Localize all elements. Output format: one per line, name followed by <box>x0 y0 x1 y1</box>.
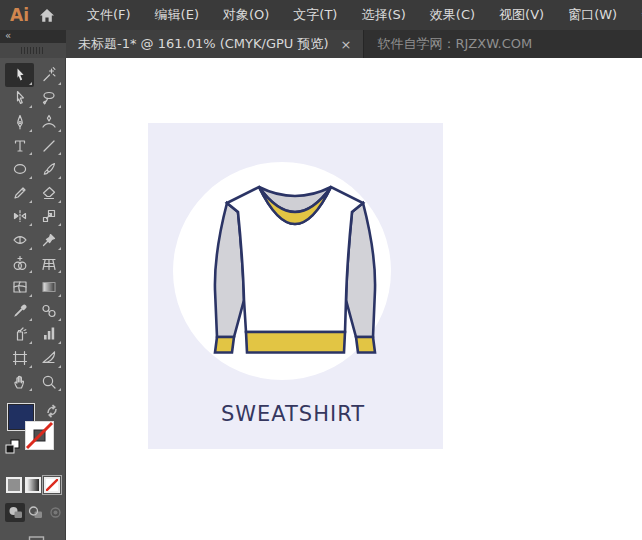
pen-tool-icon <box>12 114 28 130</box>
menu-item-5[interactable]: 选择(S) <box>361 6 405 24</box>
blend-tool-button[interactable] <box>34 299 63 323</box>
eyedropper-tool-button[interactable] <box>5 299 34 323</box>
eraser-tool-icon <box>41 185 57 201</box>
draw-normal-icon <box>8 506 23 519</box>
type-tool-button[interactable] <box>5 134 34 158</box>
mesh-tool-icon <box>12 279 28 295</box>
puppet-warp-tool-button[interactable] <box>34 228 63 252</box>
tools-grid <box>0 58 65 393</box>
scale-tool-button[interactable] <box>34 205 63 229</box>
line-segment-tool-button[interactable] <box>34 134 63 158</box>
paintbrush-tool-button[interactable] <box>34 157 63 181</box>
tab-bar: « 未标题-1* @ 161.01% (CMYK/GPU 预览) × 软件自学网… <box>0 30 642 58</box>
draw-normal-button[interactable] <box>5 503 25 522</box>
tools-panel-grip[interactable] <box>0 43 66 58</box>
drawing-modes <box>0 503 65 522</box>
column-graph-tool-icon <box>41 326 57 342</box>
width-tool-icon <box>12 232 28 248</box>
direct-selection-tool-icon <box>12 90 28 106</box>
stroke-color-swatch[interactable] <box>25 421 54 450</box>
shape-builder-tool-icon <box>12 256 28 272</box>
draw-inside-icon <box>48 506 63 519</box>
eraser-tool-button[interactable] <box>34 181 63 205</box>
blend-tool-icon <box>41 303 57 319</box>
canvas-area[interactable]: SWEATSHIRT <box>67 58 642 540</box>
selection-tool-icon <box>12 67 28 83</box>
shaper-tool-button[interactable] <box>5 181 34 205</box>
curvature-tool-button[interactable] <box>34 110 63 134</box>
hand-tool-icon <box>12 374 28 390</box>
perspective-grid-tool-button[interactable] <box>34 252 63 276</box>
rotate-tool-button[interactable] <box>5 205 34 229</box>
direct-selection-tool-button[interactable] <box>5 87 34 111</box>
symbol-sprayer-tool-icon <box>12 326 28 342</box>
ellipse-tool-button[interactable] <box>5 157 34 181</box>
menu-item-3[interactable]: 对象(O) <box>223 6 269 24</box>
ellipse-tool-icon <box>12 161 28 177</box>
menu-item-7[interactable]: 视图(V) <box>499 6 544 24</box>
draw-inside-button[interactable] <box>45 503 65 522</box>
zoom-tool-icon <box>41 374 57 390</box>
draw-behind-button[interactable] <box>25 503 45 522</box>
shape-builder-tool-button[interactable] <box>5 252 34 276</box>
app-logo: Ai <box>0 5 39 25</box>
magic-wand-tool-button[interactable] <box>34 63 63 87</box>
draw-behind-icon <box>28 506 43 519</box>
selection-tool-button[interactable] <box>5 63 34 87</box>
menu-item-6[interactable]: 效果(C) <box>430 6 475 24</box>
gradient-tool-icon <box>41 279 57 295</box>
document-tab-title: 未标题-1* @ 161.01% (CMYK/GPU 预览) <box>78 35 329 53</box>
menu-item-4[interactable]: 文字(T) <box>293 6 337 24</box>
gradient-tool-button[interactable] <box>34 275 63 299</box>
shaper-tool-icon <box>12 185 28 201</box>
screen-mode-icon <box>21 536 45 540</box>
sweatshirt-right-cuff <box>356 337 375 353</box>
tools-panel <box>0 58 66 540</box>
sweatshirt-left-cuff <box>215 337 234 353</box>
menu-items: 文件(F)编辑(E)对象(O)文字(T)选择(S)效果(C)视图(V)窗口(W)… <box>75 6 642 24</box>
scale-tool-icon <box>41 208 57 224</box>
slice-tool-button[interactable] <box>34 346 63 370</box>
artboard-tool-button[interactable] <box>5 346 34 370</box>
magic-wand-tool-icon <box>41 67 57 83</box>
puppet-warp-tool-icon <box>41 232 57 248</box>
home-button[interactable] <box>39 4 55 26</box>
default-fill-stroke-button[interactable] <box>5 439 20 454</box>
swap-fill-stroke-button[interactable] <box>45 403 59 417</box>
zoom-tool-button[interactable] <box>34 370 63 394</box>
menu-item-1[interactable]: 文件(F) <box>87 6 131 24</box>
column-graph-tool-button[interactable] <box>34 323 63 347</box>
type-tool-icon <box>12 138 28 154</box>
screen-mode-button[interactable] <box>0 536 65 540</box>
mesh-tool-button[interactable] <box>5 275 34 299</box>
tools-panel-header: « <box>0 30 66 58</box>
sweatshirt-illustration <box>148 123 443 449</box>
lasso-tool-button[interactable] <box>34 87 63 111</box>
menu-item-8[interactable]: 窗口(W) <box>568 6 617 24</box>
default-colors-icon <box>5 439 20 454</box>
gradient-button[interactable] <box>25 477 41 493</box>
none-button[interactable] <box>44 477 60 493</box>
line-segment-tool-icon <box>41 138 57 154</box>
color-swatches <box>0 403 65 469</box>
tab-close-button[interactable]: × <box>341 37 352 52</box>
document-tab[interactable]: 未标题-1* @ 161.01% (CMYK/GPU 预览) × <box>66 30 364 58</box>
home-icon <box>39 8 55 23</box>
collapse-panel-button[interactable]: « <box>0 30 66 43</box>
symbol-sprayer-tool-button[interactable] <box>5 323 34 347</box>
menu-bar: Ai 文件(F)编辑(E)对象(O)文字(T)选择(S)效果(C)视图(V)窗口… <box>0 0 642 30</box>
rotate-tool-icon <box>12 208 28 224</box>
menu-item-2[interactable]: 编辑(E) <box>155 6 199 24</box>
pen-tool-button[interactable] <box>5 110 34 134</box>
grip-dots <box>21 47 45 54</box>
appearance-buttons <box>0 477 65 493</box>
artboard-caption: SWEATSHIRT <box>148 402 438 426</box>
color-button[interactable] <box>6 477 22 493</box>
hand-tool-button[interactable] <box>5 370 34 394</box>
width-tool-button[interactable] <box>5 228 34 252</box>
lasso-tool-icon <box>41 90 57 106</box>
perspective-grid-tool-icon <box>41 256 57 272</box>
artboard[interactable]: SWEATSHIRT <box>148 123 443 449</box>
none-icon <box>46 479 58 491</box>
sweatshirt-hem <box>246 332 345 353</box>
